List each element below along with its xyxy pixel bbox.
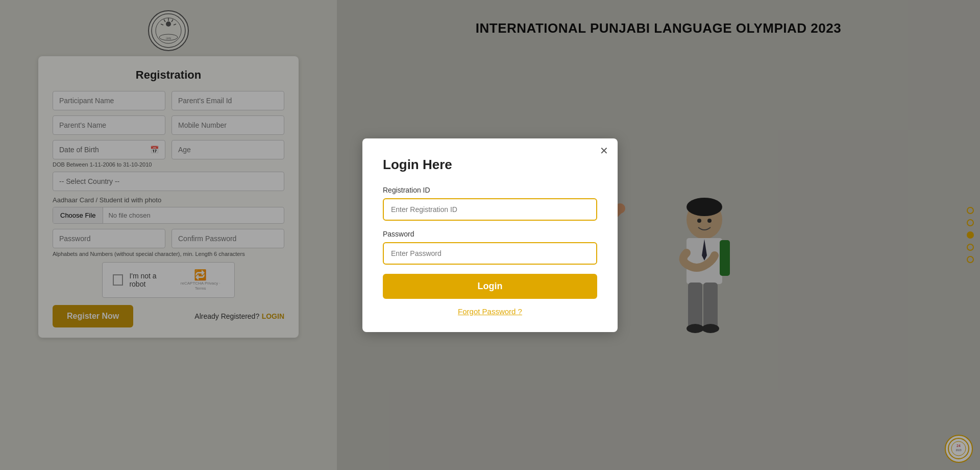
modal-title: Login Here [383, 157, 597, 173]
login-button[interactable]: Login [383, 274, 597, 299]
password-label: Password [383, 230, 597, 238]
login-modal: ✕ Login Here Registration ID Password Lo… [362, 138, 618, 332]
modal-password-input[interactable] [383, 242, 597, 265]
modal-close-button[interactable]: ✕ [600, 146, 608, 156]
modal-overlay: ✕ Login Here Registration ID Password Lo… [0, 0, 980, 470]
registration-id-input[interactable] [383, 198, 597, 221]
registration-id-label: Registration ID [383, 186, 597, 194]
forgot-password-link[interactable]: Forgot Password ? [383, 307, 597, 316]
